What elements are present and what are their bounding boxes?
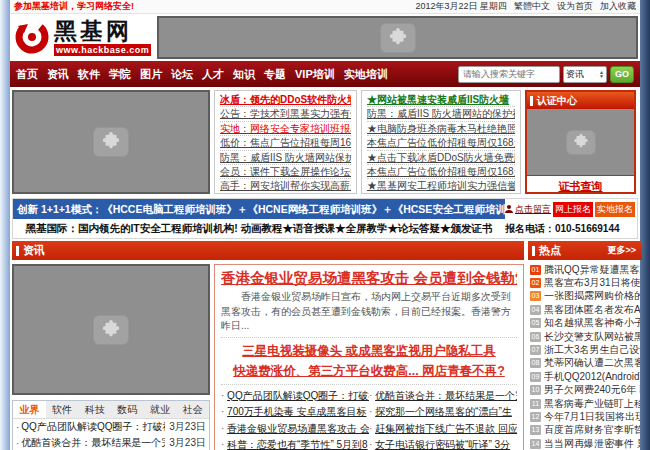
nav-item-pictures[interactable]: 图片: [140, 67, 162, 82]
add-favorite-link[interactable]: 加入收藏: [600, 0, 636, 13]
banner-row-1: 创新 1+1+1模式：《HCCE电脑工程师培训班》＋《HCNE网络工程师培训班》…: [13, 199, 637, 219]
header-accent-bar: [530, 96, 533, 106]
rank-badge: 07: [530, 345, 541, 355]
hot-item[interactable]: 01腾讯QQ异常疑遭黑客攻击: [530, 263, 640, 276]
certificate-query-link[interactable]: 证书查询: [559, 180, 603, 192]
news-link-list: · QQ产品团队解读QQ圈子：打破社 · 优酷首谈合并：最坏结果是一个完 · 7…: [221, 388, 517, 450]
tab-software[interactable]: 软件: [46, 401, 79, 418]
news-photo[interactable]: [12, 264, 210, 395]
nav-item-knowledge[interactable]: 知识: [233, 67, 255, 82]
tab-industry[interactable]: 业界: [13, 401, 46, 418]
hot-item[interactable]: 14当当网再爆泄密事件 累: [530, 437, 640, 450]
main-headline-link[interactable]: 香港金银业贸易场遭黑客攻击 会员遭到金钱勒索: [221, 268, 517, 289]
focus-link[interactable]: 冰盾：领先的DDoS软件防火墙: [220, 93, 351, 107]
sub-headline-link[interactable]: 快递费涨价、第三方平台收费高... 网店青春不再?: [221, 361, 517, 381]
rank-badge: 14: [530, 439, 541, 449]
more-link[interactable]: 更多>>: [607, 244, 636, 257]
site-url: www.hackbase.com: [54, 44, 151, 56]
focus-link-list-2: ★网站被黑速安装威盾IIS防火墙 防黑：威盾IIS 防火墙网站的保护神 ★电脑防…: [361, 90, 521, 194]
focus-link[interactable]: 防黑：威盾IIS 防火墙网站的保护神: [367, 107, 515, 121]
onsite-signup-button[interactable]: 实地报名: [595, 202, 635, 217]
focus-link[interactable]: 本焦点广告位低价招租每周仅168元: [367, 136, 515, 150]
page-content: 参加黑基培训，学习网络安全! 2012年3月22日 星期四 繁體中文 设为首页 …: [10, 0, 640, 450]
category-tabs: 业界 软件 科技 数码 就业 社会: [13, 401, 209, 419]
rank-badge: 03: [530, 291, 541, 301]
online-signup-button[interactable]: 网上报名: [553, 202, 593, 217]
header-accent-bar: [16, 246, 19, 256]
focus-link[interactable]: 低价：焦点广告位招租每周168元: [220, 136, 351, 150]
nav-item-news[interactable]: 资讯: [47, 67, 69, 82]
search-input[interactable]: [458, 66, 560, 83]
search-category-select[interactable]: 资讯 ▲▼: [563, 66, 607, 83]
news-list-item[interactable]: · 香港金银业贸易场遭黑客攻击 会: [221, 421, 369, 438]
sub-headline-link[interactable]: 三星电视装摄像头 或成黑客监视用户隐私工具: [221, 341, 517, 361]
divider: [221, 384, 517, 385]
hot-item[interactable]: 02黑客宣布3月31日将使全: [530, 276, 640, 289]
rank-badge: 06: [530, 332, 541, 342]
site-name: 黑基网: [54, 20, 151, 44]
hot-item[interactable]: 03一张图揭露网购价格的奥: [530, 290, 640, 303]
tab-list-item[interactable]: · QQ产品团队解读QQ圈子：打破社交篱笆 3月23日: [13, 419, 209, 435]
bullet: ·: [16, 422, 19, 433]
focus-link[interactable]: ★网站被黑速安装威盾IIS防火墙: [367, 93, 515, 107]
news-list-item[interactable]: · 科普：恋爱也有“季节性” 5月到8: [221, 437, 369, 450]
consult-link[interactable]: 点击留言: [504, 203, 551, 216]
hot-item[interactable]: 08梵蒂冈确认遭二次黑客攻: [530, 357, 640, 370]
hot-item[interactable]: 13百度首席财务官李昕晢：: [530, 424, 640, 437]
hot-item[interactable]: 04黑客团体匿名者发布Ano: [530, 303, 640, 316]
tab-digital[interactable]: 数码: [111, 401, 144, 418]
select-stepper-icon: ▲▼: [599, 70, 604, 78]
focus-link[interactable]: 防黑：威盾IIS 防火墙网站保护神: [220, 151, 351, 165]
hot-item[interactable]: 11黑客病毒产业链盯上移动: [530, 397, 640, 410]
focus-ad-image[interactable]: [12, 90, 210, 194]
certification-center-box: 认证中心 证书查询: [525, 90, 636, 194]
focus-link[interactable]: ★点击下载冰盾DDoS防火墙免费版: [367, 151, 515, 165]
tab-jobs[interactable]: 就业: [144, 401, 177, 418]
page: 参加黑基培训，学习网络安全! 2012年3月22日 星期四 繁體中文 设为首页 …: [0, 0, 650, 450]
hot-item[interactable]: 07浙工大3名男生自己设计: [530, 343, 640, 356]
search-go-button[interactable]: GO: [610, 66, 634, 83]
training-mode-headline[interactable]: 创新 1+1+1模式：《HCCE电脑工程师培训班》＋《HCNE网络工程师培训班》…: [13, 199, 505, 219]
nav-item-software[interactable]: 软件: [78, 67, 100, 82]
bullet: ·: [16, 438, 19, 449]
tab-tech[interactable]: 科技: [78, 401, 111, 418]
rank-badge: 12: [530, 412, 541, 422]
hot-item[interactable]: 12今年7月1日我国将出现7: [530, 410, 640, 423]
nav-item-vip-training[interactable]: VIP培训: [295, 67, 335, 82]
tab-list-item[interactable]: · 优酷首谈合并：最坏结果是一个完了另一 3月23日: [13, 435, 209, 450]
focus-link[interactable]: 公告：学技术到黑基实力强有保障: [220, 107, 351, 121]
tab-society[interactable]: 社会: [176, 401, 209, 418]
news-list-item[interactable]: · 700万手机染毒 安卓成黑客目标: [221, 404, 369, 421]
rank-badge: 01: [530, 265, 541, 275]
hot-topics-sidebar: 热点 更多>> 01腾讯QQ异常疑遭黑客攻击 02黑客宣布3月31日将使全 03…: [528, 241, 642, 450]
nav-item-talent[interactable]: 人才: [202, 67, 224, 82]
news-list-item[interactable]: · 女子电话银行密码被“听译” 3分: [369, 437, 517, 450]
site-logo[interactable]: 黑基网 www.hackbase.com: [12, 16, 154, 60]
traditional-chinese-link[interactable]: 繁體中文: [514, 0, 550, 13]
item-date: 3月23日: [169, 420, 206, 434]
focus-link[interactable]: 实地：网络安全专家培训班报名中: [220, 122, 351, 136]
nav-item-home[interactable]: 首页: [16, 67, 38, 82]
header-ad-banner-image[interactable]: [157, 16, 638, 59]
news-list-item[interactable]: · 优酷首谈合并：最坏结果是一个完: [369, 388, 517, 405]
focus-link[interactable]: ★电脑防身班杀病毒木马杜绝艳照门: [367, 122, 515, 136]
news-list-item[interactable]: · 探究那一个网络黑客的“漂白”生: [369, 404, 517, 421]
focus-link[interactable]: ★黑基网安工程师培训实力强信誉好: [367, 179, 515, 193]
focus-link[interactable]: 会员：课件下载全屏操作论坛答疑: [220, 165, 351, 179]
focus-link[interactable]: 高手：网安培训帮你实现高薪梦想: [220, 179, 351, 193]
nav-item-forum[interactable]: 论坛: [171, 67, 193, 82]
news-list-item[interactable]: · QQ产品团队解读QQ圈子：打破社: [221, 388, 369, 405]
hot-item[interactable]: 10男子欠网费240元6年 联: [530, 384, 640, 397]
set-homepage-link[interactable]: 设为首页: [557, 0, 593, 13]
hot-item[interactable]: 06长沙交警支队网站被黑: [530, 330, 640, 343]
focus-link[interactable]: 本焦点广告位低价招租每周仅168元: [367, 165, 515, 179]
hot-item[interactable]: 09手机QQ2012(Android)发: [530, 370, 640, 383]
hot-topics-title: 热点: [539, 243, 561, 258]
nav-item-topics[interactable]: 专题: [264, 67, 286, 82]
certification-image[interactable]: [527, 109, 634, 176]
nav-item-academy[interactable]: 学院: [109, 67, 131, 82]
news-list-item[interactable]: · 赶集网被指下线广告不退款 回应: [369, 421, 517, 438]
hot-item[interactable]: 05知名越狱黑客神奇小子G: [530, 317, 640, 330]
nav-item-onsite-training[interactable]: 实地培训: [344, 67, 388, 82]
hot-topics-list: 01腾讯QQ异常疑遭黑客攻击 02黑客宣布3月31日将使全 03一张图揭露网购价…: [528, 260, 642, 450]
